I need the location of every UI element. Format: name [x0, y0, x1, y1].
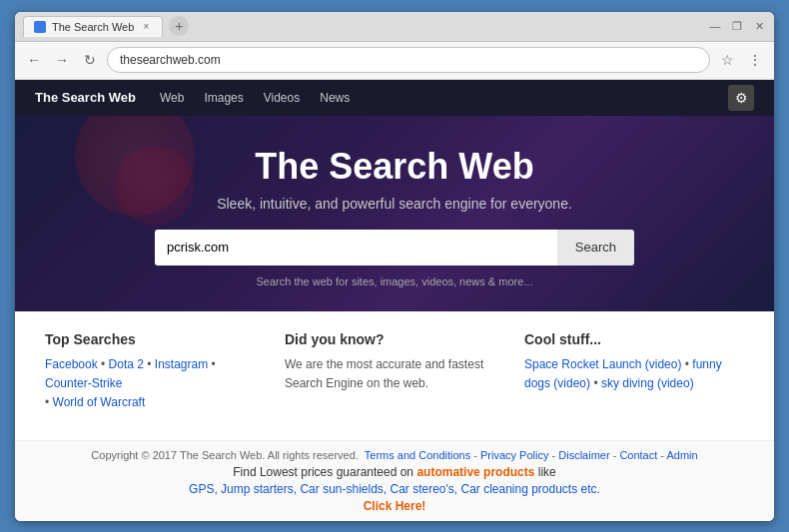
- link-counterstrike[interactable]: Counter-Strike: [45, 376, 122, 390]
- disclaimer-link[interactable]: Disclaimer: [558, 449, 609, 461]
- top-searches-heading: Top Searches: [45, 331, 265, 347]
- tab-label: The Search Web: [52, 21, 134, 33]
- title-bar: The Search Web × + — ❐ ✕: [15, 12, 774, 42]
- link-skydiving[interactable]: sky diving (video): [601, 376, 694, 390]
- promo-highlight: automative products: [416, 465, 534, 479]
- nav-link-videos[interactable]: Videos: [264, 91, 300, 105]
- did-you-know-text: We are the most accurate and fastest Sea…: [285, 355, 504, 393]
- search-input[interactable]: [155, 230, 557, 266]
- site-nav-links: Web Images Videos News: [160, 91, 350, 105]
- hero-section: The Search Web Sleek, intuitive, and pow…: [15, 116, 774, 311]
- link-worldofwarcraft[interactable]: World of Warcraft: [53, 395, 146, 409]
- reload-button[interactable]: ↻: [79, 49, 101, 71]
- top-searches-links: Facebook • Dota 2 • Instagram • Counter-…: [45, 355, 265, 413]
- nav-link-news[interactable]: News: [320, 91, 350, 105]
- new-tab-button[interactable]: +: [169, 16, 189, 36]
- back-button[interactable]: ←: [23, 49, 45, 71]
- content-section: Top Searches Facebook • Dota 2 • Instagr…: [15, 311, 774, 521]
- did-you-know-column: Did you know? We are the most accurate a…: [285, 331, 504, 420]
- top-searches-column: Top Searches Facebook • Dota 2 • Instagr…: [45, 331, 265, 420]
- search-button[interactable]: Search: [557, 230, 634, 266]
- close-button[interactable]: ✕: [752, 19, 766, 33]
- privacy-link[interactable]: Privacy Policy: [480, 449, 548, 461]
- minimize-button[interactable]: —: [708, 19, 722, 33]
- terms-link[interactable]: Terms and Conditions: [365, 449, 470, 461]
- cool-stuff-links: Space Rocket Launch (video) • funny dogs…: [524, 355, 744, 393]
- tab-favicon: [34, 21, 46, 33]
- contact-link[interactable]: Contact: [619, 449, 657, 461]
- copyright-text: Copyright © 2017 The Search Web. All rig…: [91, 449, 359, 461]
- nav-link-web[interactable]: Web: [160, 91, 184, 105]
- columns: Top Searches Facebook • Dota 2 • Instagr…: [15, 311, 774, 440]
- footer-copyright-line: Copyright © 2017 The Search Web. All rig…: [31, 449, 758, 461]
- active-tab[interactable]: The Search Web ×: [23, 16, 163, 37]
- hero-hint: Search the web for sites, images, videos…: [35, 275, 754, 287]
- search-bar: Search: [155, 230, 634, 266]
- bookmark-icon[interactable]: ☆: [716, 49, 738, 71]
- menu-icon[interactable]: ⋮: [744, 49, 766, 71]
- tab-strip: The Search Web × +: [23, 16, 189, 37]
- cool-stuff-column: Cool stuff... Space Rocket Launch (video…: [524, 331, 744, 420]
- forward-button[interactable]: →: [51, 49, 73, 71]
- hero-title: The Search Web: [35, 146, 754, 188]
- tab-close-button[interactable]: ×: [140, 21, 152, 33]
- did-you-know-heading: Did you know?: [285, 331, 504, 347]
- admin-link[interactable]: Admin: [666, 449, 697, 461]
- restore-button[interactable]: ❐: [730, 19, 744, 33]
- nav-link-images[interactable]: Images: [204, 91, 243, 105]
- promo-suffix: like: [534, 465, 555, 479]
- address-bar: ← → ↻ ☆ ⋮: [15, 42, 774, 80]
- link-facebook[interactable]: Facebook: [45, 357, 98, 371]
- site-nav: The Search Web Web Images Videos News ⚙: [15, 80, 774, 116]
- settings-icon[interactable]: ⚙: [728, 85, 754, 111]
- footer-promo-line3[interactable]: GPS, Jump starters, Car sun-shields, Car…: [31, 482, 758, 496]
- window-controls: — ❐ ✕: [708, 19, 766, 33]
- promo-prefix: Find Lowest prices guaranteed on: [233, 465, 416, 479]
- address-input[interactable]: [107, 47, 710, 73]
- link-rocket[interactable]: Space Rocket Launch (video): [524, 357, 681, 371]
- footer-promo-line2: Find Lowest prices guaranteed on automat…: [31, 465, 758, 479]
- cool-stuff-heading: Cool stuff...: [524, 331, 744, 347]
- site-nav-left: The Search Web Web Images Videos News: [35, 90, 350, 105]
- link-dota2[interactable]: Dota 2: [109, 357, 144, 371]
- hero-subtitle: Sleek, intuitive, and powerful search en…: [35, 196, 754, 212]
- site-brand: The Search Web: [35, 90, 136, 105]
- browser-window: The Search Web × + — ❐ ✕ ← → ↻ ☆ ⋮ The S…: [15, 12, 774, 521]
- footer: Copyright © 2017 The Search Web. All rig…: [15, 440, 774, 521]
- footer-click-here[interactable]: Click Here!: [31, 499, 758, 513]
- link-instagram[interactable]: Instagram: [155, 357, 208, 371]
